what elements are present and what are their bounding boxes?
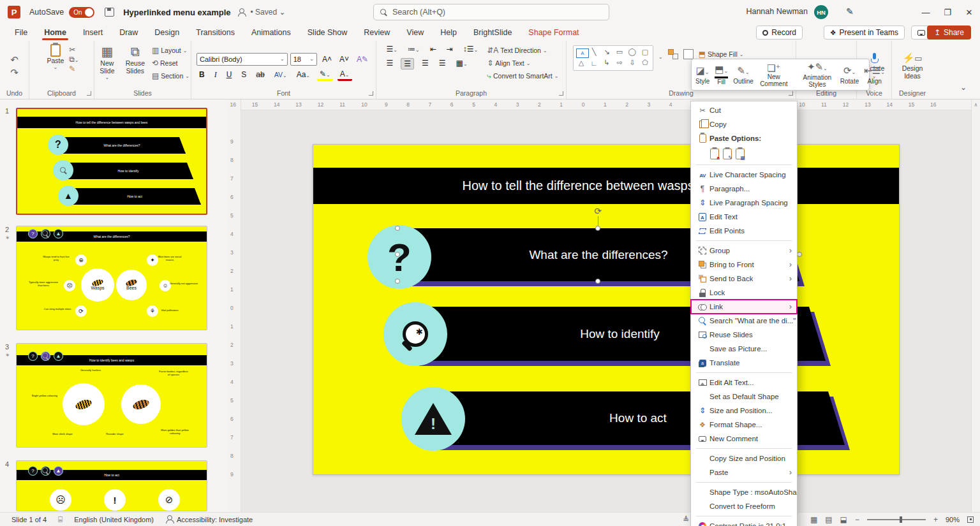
menu-item-shape-type-msoautoshape[interactable]: Shape Type : msoAutoShape	[691, 485, 797, 499]
thumbnail-slide-2[interactable]: What are the differences? ? ▲ Wasps Bees…	[16, 226, 207, 330]
layout-button[interactable]: ▥Layout⌄	[152, 44, 189, 57]
down-arrow-icon[interactable]: ⇩	[626, 58, 639, 68]
menu-item-contrast-ratio-is-21-0-1[interactable]: Contrast Ratio is 21.0:1	[691, 519, 797, 526]
dictate-icon[interactable]	[871, 53, 877, 63]
undo-icon[interactable]: ↶	[10, 54, 19, 66]
zoom-slider[interactable]	[867, 519, 926, 520]
design-ideas-label[interactable]: Design Ideas	[896, 64, 929, 80]
menu-item-live-paragraph-spacing[interactable]: Live Paragraph Spacing	[691, 196, 797, 210]
reuse-slides-button[interactable]: ⧉Reuse Slides	[121, 43, 149, 76]
clipboard-dialog-launcher[interactable]	[87, 91, 91, 96]
tab-brightslide[interactable]: BrightSlide	[465, 24, 520, 41]
underline-button[interactable]: U	[224, 69, 235, 80]
menu-item-convert-to-freeform[interactable]: Convert to Freeform	[691, 499, 797, 513]
drawing-dialog-launcher[interactable]	[789, 91, 793, 96]
bold-button[interactable]: B	[197, 69, 207, 80]
document-title[interactable]: Hyperlinked menu example	[123, 8, 230, 17]
design-ideas-icon[interactable]: ⚡▭	[902, 52, 922, 64]
text-box-icon[interactable]: A	[576, 48, 589, 58]
rotate-button[interactable]: ⟳⌄Rotate	[840, 65, 859, 85]
selection-handle-top-mid[interactable]	[595, 226, 600, 231]
rotate-handle[interactable]: ⟳	[594, 206, 602, 216]
search-input[interactable]: Search (Alt+Q)	[373, 4, 609, 20]
align-button[interactable]: ⇤☰⌄Align	[864, 65, 885, 85]
powerpoint-logo-icon[interactable]: P	[8, 6, 20, 18]
record-button[interactable]: Record	[756, 26, 803, 40]
increase-indent-button[interactable]: ⇥	[444, 44, 456, 54]
slide-title[interactable]: How to tell the difference between wasps…	[313, 168, 899, 204]
menu-item-reuse-slides[interactable]: Reuse Slides	[691, 328, 797, 342]
user-name[interactable]: Hannah Newman	[746, 7, 808, 16]
redo-icon[interactable]: ↷	[10, 67, 19, 78]
save-icon[interactable]	[105, 8, 114, 17]
menu-item-edit-text[interactable]: Edit Text	[691, 210, 797, 224]
present-in-teams-button[interactable]: ❖Present in Teams	[824, 26, 905, 40]
shape-gallery-more[interactable]: ⌄	[658, 54, 663, 60]
copy-icon[interactable]: ⧉⌄	[69, 55, 78, 64]
menu-item-new-comment[interactable]: New Comment	[691, 432, 797, 446]
slide-indicator[interactable]: Slide 1 of 4	[11, 516, 47, 523]
clear-formatting-icon[interactable]: A✎	[354, 54, 371, 64]
warning-triangle-icon[interactable]: !	[401, 387, 465, 451]
tab-view[interactable]: View	[398, 24, 432, 41]
increase-font-icon[interactable]: A˄	[320, 54, 334, 64]
menu-item-edit-points[interactable]: Edit Points	[691, 224, 797, 238]
tab-slide-show[interactable]: Slide Show	[299, 24, 356, 41]
bullets-button[interactable]: ☰⌄	[384, 44, 400, 54]
fit-slide-icon[interactable]	[967, 516, 974, 523]
menu-item-bring-to-front[interactable]: Bring to Front›	[691, 258, 797, 272]
new-comment-button[interactable]: ❏⁺New Comment	[759, 62, 789, 87]
notes-button[interactable]: ≜	[683, 515, 689, 524]
character-spacing-button[interactable]: AV⌄	[272, 70, 290, 79]
tab-insert[interactable]: Insert	[75, 24, 111, 41]
menu-item-search-what-are-the-di[interactable]: Search "What are the di..."	[691, 314, 797, 328]
menu-item-copy[interactable]: Copy	[691, 117, 797, 131]
paste-formatting-icon[interactable]	[723, 149, 732, 159]
zoom-out-icon[interactable]: −	[855, 515, 859, 524]
normal-view-icon[interactable]: ▦	[810, 515, 817, 524]
numbering-button[interactable]: ≔⌄	[405, 44, 422, 54]
horizontal-ruler[interactable]: 1615141312111098765432101234567891011121…	[241, 99, 980, 110]
minimize-button[interactable]: —	[915, 0, 937, 24]
menu-item-link[interactable]: Link›	[691, 300, 797, 314]
thumbnail-slide-3[interactable]: How to identify bees and wasps ? ▲ Gener…	[16, 343, 207, 448]
slide-editing-area[interactable]: How to tell the difference between wasps…	[313, 144, 900, 475]
menu-item-size-and-position[interactable]: Size and Position...	[691, 404, 797, 418]
text-direction-button[interactable]: ⇵AText Direction⌄	[487, 44, 558, 57]
section-button[interactable]: ▤Section⌄	[152, 69, 189, 82]
font-color-button[interactable]: A⌄	[338, 69, 352, 81]
tab-animations[interactable]: Animations	[243, 24, 299, 41]
thumbnail-slide-1[interactable]: How to tell the difference between wasps…	[16, 108, 207, 215]
align-left-button[interactable]: ☰	[384, 58, 396, 69]
tab-file[interactable]: File	[6, 24, 36, 41]
selection-handle-bottom-left[interactable]	[395, 279, 400, 284]
elbow-arrow-icon[interactable]: ↳	[600, 58, 613, 68]
reset-button[interactable]: ⟲Reset	[152, 57, 189, 69]
rectangle-icon[interactable]: ▭	[613, 47, 626, 57]
cut-icon[interactable]: ✂	[69, 45, 78, 54]
selection-handle-bottom-mid[interactable]	[595, 279, 600, 284]
align-text-button[interactable]: ⇕Align Text⌄	[487, 57, 558, 69]
menu-item-format-shape[interactable]: Format Shape...	[691, 418, 797, 432]
outline-button[interactable]: ✎⌄Outline	[733, 65, 754, 85]
line-icon[interactable]: ╲	[588, 47, 600, 57]
spellcheck-button[interactable]: ⌸	[58, 515, 63, 524]
menu-item-send-to-back[interactable]: Send to Back›	[691, 272, 797, 286]
format-painter-icon[interactable]: ✎	[69, 64, 78, 73]
justify-button[interactable]: ☰	[436, 58, 449, 69]
elbow-connector-icon[interactable]: ∟	[588, 58, 600, 68]
decrease-indent-button[interactable]: ⇤	[427, 44, 439, 54]
change-case-button[interactable]: Aa⌄	[294, 69, 313, 80]
saved-status[interactable]: • Saved ⌄	[251, 8, 286, 17]
selection-handle-mid-left[interactable]	[395, 252, 400, 257]
slideshow-view-icon[interactable]: ⬓	[840, 515, 847, 524]
oval-icon[interactable]: ◯	[626, 47, 639, 57]
tab-help[interactable]: Help	[432, 24, 465, 41]
menu-item-set-as-default-shape[interactable]: Set as Default Shape	[691, 390, 797, 404]
pen-mode-icon[interactable]: ✎	[846, 6, 854, 17]
fill-button[interactable]: ⬒⌄Fill	[715, 64, 728, 85]
align-right-button[interactable]: ☰	[419, 58, 431, 69]
line-spacing-button[interactable]: ↕☰⌄	[461, 44, 480, 54]
triangle-icon[interactable]: △	[575, 58, 588, 68]
menu-item-paste[interactable]: Paste›	[691, 465, 797, 479]
